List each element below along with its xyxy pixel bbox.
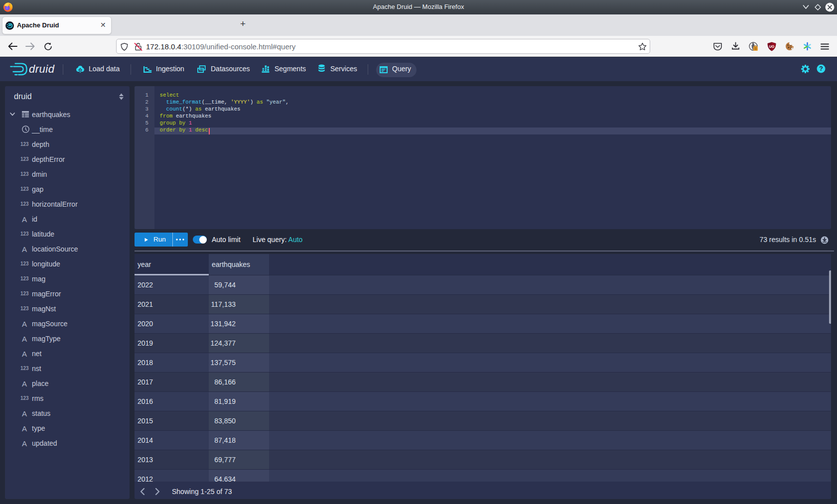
svg-text:?: ?: [819, 65, 823, 72]
svg-text:UO: UO: [769, 45, 775, 48]
